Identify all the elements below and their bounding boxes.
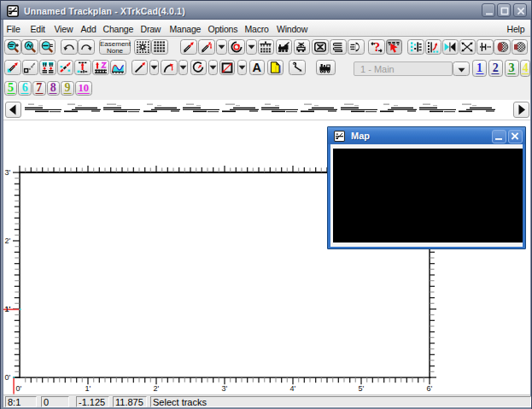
svg-text:5': 5' — [359, 384, 365, 393]
svg-text:1': 1' — [5, 305, 11, 313]
svg-text:4': 4' — [290, 384, 296, 393]
svg-text:6': 6' — [427, 384, 433, 393]
svg-text:0': 0' — [16, 384, 22, 393]
svg-text:3': 3' — [5, 168, 11, 177]
svg-text:3': 3' — [222, 384, 228, 393]
svg-text:2': 2' — [5, 237, 11, 245]
svg-text:1': 1' — [85, 384, 91, 393]
svg-text:2': 2' — [154, 384, 160, 393]
svg-text:0': 0' — [5, 373, 11, 382]
